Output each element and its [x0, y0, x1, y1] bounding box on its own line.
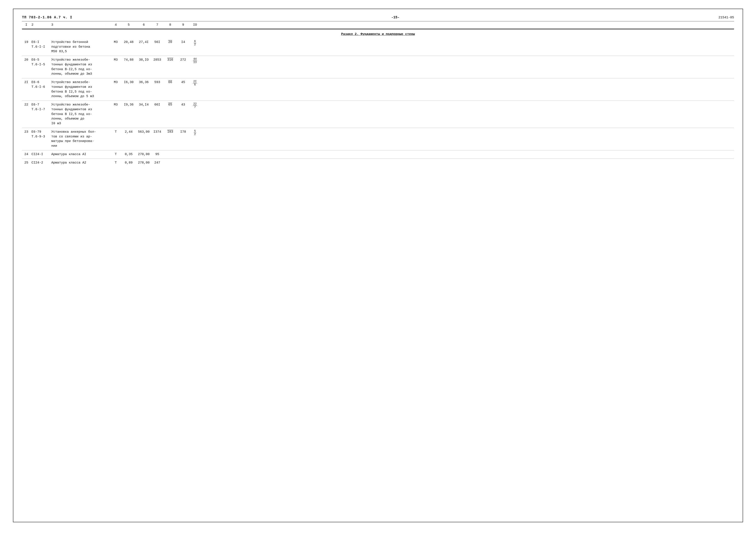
row-id: 25 [22, 160, 31, 165]
header-left-text: ТП 703-2-1.86 А.7 ч. I [22, 15, 72, 19]
row-id: 2I [22, 80, 31, 85]
row-unit: Т [110, 130, 121, 134]
col-header-8: 8 [163, 23, 177, 27]
col-header-3: 3 [50, 23, 110, 27]
row-col10: 227 [189, 102, 201, 109]
row-col8: I83 [163, 130, 177, 134]
row-col5: 0,89 [121, 160, 136, 165]
table-row: 25СI24-2Арматура класса А2Т0,89278,00247 [22, 159, 734, 167]
row-id: 22 [22, 102, 31, 107]
row-id: 24 [22, 152, 31, 157]
row-col5: 0,35 [121, 152, 136, 157]
row-description: Установка анкерных бол- тов со связями и… [50, 130, 110, 149]
row-col7: 2853 [151, 58, 163, 62]
col-header-10: IO [189, 23, 201, 27]
row-col9: I78 [177, 130, 189, 134]
row-col9: I4 [177, 40, 189, 45]
row-description: Устройство железобе- тонных фундаментов … [50, 102, 110, 126]
row-col10: 62 [189, 40, 201, 46]
row-description: Арматура класса А2 [50, 160, 110, 165]
row-col7: I374 [151, 130, 163, 134]
row-code: Е6-5 Т.6-I-5 [31, 58, 50, 67]
row-description: Устройство железобе- тонных фундаментов … [50, 58, 110, 76]
row-col5: 2,44 [121, 130, 136, 134]
column-headers-row: I 2 3 4 5 6 7 8 9 IO [22, 21, 734, 29]
row-col10: 52 [189, 130, 201, 136]
page-container: ТП 703-2-1.86 А.7 ч. I -15- 21541-05 I 2… [13, 9, 743, 522]
row-code: СI24-2 [31, 160, 50, 165]
row-col6: 36,36 [136, 80, 151, 85]
row-description: Устройство бетонной подготовки из бетона… [50, 40, 110, 54]
row-unit: М3 [110, 58, 121, 62]
row-col10: 44I3 [189, 58, 201, 64]
row-code: Е6-6 Т.6-I-6 [31, 80, 50, 90]
row-unit: Т [110, 160, 121, 165]
row-col6: 563,00 [136, 130, 151, 134]
row-unit: М3 [110, 80, 121, 85]
row-col5: 74,88 [121, 58, 136, 62]
row-id: 23 [22, 130, 31, 134]
row-col9: 45 [177, 80, 189, 85]
row-col9: 272 [177, 58, 189, 62]
col-header-9: 9 [177, 23, 189, 27]
row-col5: I9,36 [121, 102, 136, 107]
col-header-4: 4 [110, 23, 121, 27]
header-right-text: 21541-05 [718, 16, 734, 19]
row-col9: 43 [177, 102, 189, 107]
row-col8: 316 [163, 58, 177, 62]
row-col8: 65 [163, 102, 177, 107]
table-row: 2IЕ6-6 Т.6-I-6Устройство железобе- тонны… [22, 78, 734, 101]
row-code: Е6-79 Т.6-9-3 [31, 130, 50, 139]
col-header-6: 6 [136, 23, 151, 27]
row-col7: 56I [151, 40, 163, 45]
row-unit: М3 [110, 40, 121, 45]
table-row: 22Е6-7 Т.6-I-7Устройство железобе- тонны… [22, 101, 734, 128]
row-col6: 38,IO [136, 58, 151, 62]
row-col6: 27,4I [136, 40, 151, 45]
row-col7: 247 [151, 160, 163, 165]
row-code: Е6-I Т.6-I-I [31, 40, 50, 49]
row-col10: 2I6 [189, 80, 201, 87]
row-col8: 20 [163, 40, 177, 45]
page-header: ТП 703-2-1.86 А.7 ч. I -15- 21541-05 [22, 15, 734, 19]
row-unit: Т [110, 152, 121, 157]
row-id: 19 [22, 40, 31, 45]
table-body: 19Е6-I Т.6-I-IУстройство бетонной подгот… [22, 38, 734, 167]
row-description: Арматура класса AI [50, 152, 110, 157]
header-center-text: -15- [81, 15, 710, 19]
row-col7: 593 [151, 80, 163, 85]
row-code: Е6-7 Т.6-I-7 [31, 102, 50, 112]
section-title-row: Раздел 2. Фундаменты и подпорные стены [22, 29, 734, 38]
row-col5: I6,30 [121, 80, 136, 85]
row-col6: 34,I4 [136, 102, 151, 107]
table-row: 24СI24-IАрматура класса AIТ0,35270,0095 [22, 150, 734, 159]
col-header-7: 7 [151, 23, 163, 27]
row-col6: 270,00 [136, 152, 151, 157]
row-col6: 278,00 [136, 160, 151, 165]
row-col8: 66 [163, 80, 177, 85]
col-header-1: I [22, 23, 31, 27]
row-code: СI24-I [31, 152, 50, 157]
row-col7: 95 [151, 152, 163, 157]
col-header-5: 5 [121, 23, 136, 27]
row-description: Устройство железобе- тонных фундаментов … [50, 80, 110, 99]
table-row: 20Е6-5 Т.6-I-5Устройство железобе- тонны… [22, 56, 734, 78]
row-col7: 66I [151, 102, 163, 107]
row-col5: 20,48 [121, 40, 136, 45]
row-unit: М3 [110, 102, 121, 107]
row-id: 20 [22, 58, 31, 62]
table-row: 23Е6-79 Т.6-9-3Установка анкерных бол- т… [22, 128, 734, 150]
table-row: 19Е6-I Т.6-I-IУстройство бетонной подгот… [22, 38, 734, 56]
col-header-2: 2 [31, 23, 50, 27]
section-title: Раздел 2. Фундаменты и подпорные стены [341, 32, 415, 36]
